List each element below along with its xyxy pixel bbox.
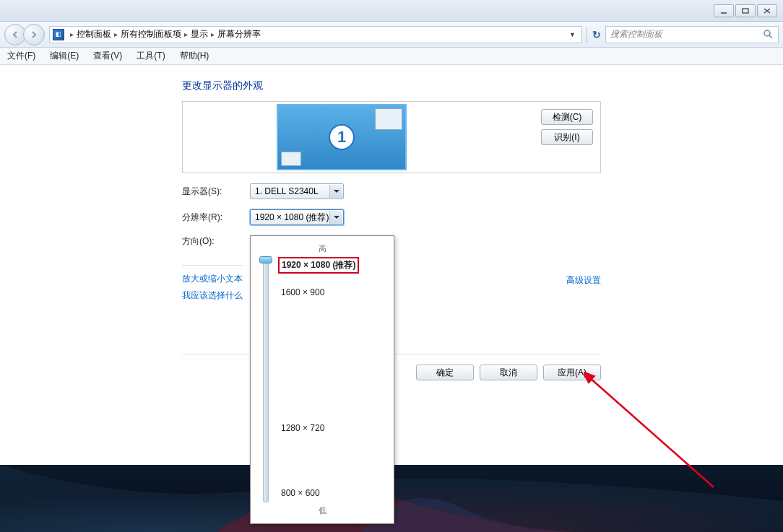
chevron-right-icon: ▸ [114,30,118,38]
display-label: 显示器(S): [182,186,250,198]
menu-tools[interactable]: 工具(T) [134,48,168,64]
preview-window-icon [281,152,301,166]
breadcrumb-item[interactable]: 控制面板 [77,28,111,40]
search-icon [763,30,774,40]
minimize-button[interactable] [714,4,734,17]
breadcrumb-item[interactable]: 显示 [191,28,208,40]
refresh-button[interactable]: ↻ [587,27,605,43]
menu-help[interactable]: 帮助(H) [177,48,212,64]
resolution-slider[interactable] [256,257,275,502]
close-button[interactable] [757,4,777,17]
monitor-preview[interactable]: 1 [277,104,407,170]
menu-edit[interactable]: 编辑(E) [47,48,82,64]
advanced-settings-link[interactable]: 高级设置 [566,275,601,285]
slider-high-label: 高 [256,243,388,254]
preview-window-icon [375,108,402,130]
maximize-button[interactable] [735,4,756,17]
search-placeholder: 搜索控制面板 [610,28,662,40]
svg-line-5 [769,35,772,38]
resolution-option[interactable]: 1920 × 1080 (推荐) [278,257,359,274]
breadcrumb-item[interactable]: 所有控制面板项 [121,28,181,40]
resolution-label: 分辨率(R): [182,212,250,224]
resolution-option[interactable]: 1280 × 720 [281,423,324,433]
chevron-right-icon: ▸ [211,30,215,38]
help-choose-link[interactable]: 我应该选择什么 [182,289,243,302]
slider-thumb[interactable] [259,256,272,263]
resolution-option[interactable]: 1600 × 900 [281,287,324,297]
search-input[interactable]: 搜索控制面板 [605,26,779,43]
breadcrumb[interactable]: ◧ ▸ 控制面板 ▸ 所有控制面板项 ▸ 显示 ▸ 屏幕分辨率 ▼ [49,26,582,43]
slider-low-label: 低 [256,505,388,516]
apply-button[interactable]: 应用(A) [543,365,601,380]
svg-rect-1 [743,9,748,13]
identify-button[interactable]: 识别(I) [541,129,593,145]
display-dropdown[interactable]: 1. DELL S2340L [250,183,344,199]
orientation-label: 方向(O): [182,235,250,248]
resolution-slider-panel: 高 1920 × 1080 (推荐)1600 × 9001280 × 72080… [250,235,394,524]
resolution-dropdown[interactable]: 1920 × 1080 (推荐) [250,209,344,225]
content-area: 更改显示器的外观 1 检测(C) 识别(I) 显示器(S): 1. DELL S… [0,65,783,465]
resolution-value: 1920 × 1080 (推荐) [255,212,329,224]
navigation-bar: ◧ ▸ 控制面板 ▸ 所有控制面板项 ▸ 显示 ▸ 屏幕分辨率 ▼ ↻ 搜索控制… [0,22,783,48]
chevron-right-icon: ▸ [70,30,74,38]
title-bar [0,0,783,22]
cancel-button[interactable]: 取消 [480,365,537,380]
resolution-option[interactable]: 800 × 600 [281,488,320,498]
display-value: 1. DELL S2340L [255,186,319,196]
control-panel-icon: ◧ [53,29,64,40]
monitor-preview-box: 1 检测(C) 识别(I) [182,101,601,173]
dropdown-arrow-icon[interactable]: ▼ [569,31,576,38]
breadcrumb-item[interactable]: 屏幕分辨率 [217,28,261,40]
dropdown-arrow-icon [329,211,342,224]
chevron-right-icon: ▸ [184,30,188,38]
monitor-number: 1 [329,124,355,150]
zoom-text-link[interactable]: 放大或缩小文本 [182,273,243,285]
svg-point-4 [764,30,770,36]
page-title: 更改显示器的外观 [182,79,783,92]
detect-button[interactable]: 检测(C) [541,109,593,125]
menu-bar: 文件(F) 编辑(E) 查看(V) 工具(T) 帮助(H) [0,48,783,65]
menu-view[interactable]: 查看(V) [90,48,125,64]
slider-track[interactable] [263,257,269,502]
menu-file[interactable]: 文件(F) [4,48,38,64]
ok-button[interactable]: 确定 [416,365,474,380]
forward-button[interactable] [23,24,45,45]
dropdown-arrow-icon [329,185,342,198]
